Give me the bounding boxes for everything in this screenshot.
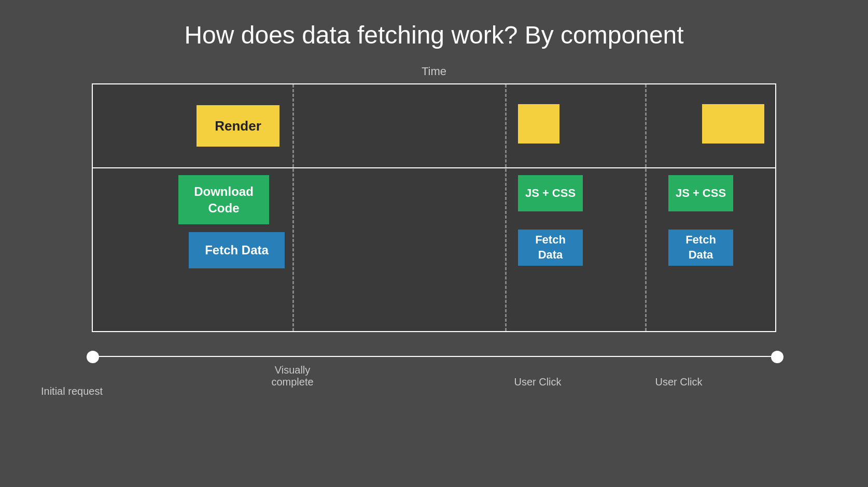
jscss-block-1: JS + CSS — [518, 175, 583, 211]
visually-complete-label: Visuallycomplete — [271, 364, 313, 388]
user-click-label-2: User Click — [655, 376, 702, 388]
render-block: Render — [197, 105, 279, 147]
time-label: Time — [422, 65, 446, 78]
timeline-line — [93, 356, 775, 357]
dashed-line-3 — [645, 84, 647, 331]
fetch-data-block-1: Fetch Data — [189, 232, 285, 268]
circle-marker-end — [771, 351, 783, 363]
user-click-label-1: User Click — [514, 376, 561, 388]
fetch-data-block-2: FetchData — [518, 230, 583, 266]
dashed-line-2 — [505, 84, 507, 331]
render-block-small-1 — [518, 104, 559, 144]
dashed-line-1 — [292, 84, 294, 331]
circle-marker-start — [87, 351, 99, 363]
horizontal-divider — [93, 167, 775, 168]
fetch-data-label-3: FetchData — [685, 233, 716, 262]
initial-request-label: Initial request — [41, 384, 103, 398]
download-code-label: DownloadCode — [194, 183, 254, 216]
jscss-block-2: JS + CSS — [668, 175, 733, 211]
download-code-block: DownloadCode — [178, 175, 269, 224]
render-block-small-2 — [702, 104, 764, 144]
page-title: How does data fetching work? By componen… — [184, 21, 683, 49]
fetch-data-label-2: FetchData — [535, 233, 566, 262]
fetch-data-block-3: FetchData — [668, 230, 733, 266]
diagram-container: Render DownloadCode JS + CSS JS + CSS Fe… — [92, 83, 776, 332]
visually-complete-text: Visuallycomplete — [271, 364, 313, 388]
